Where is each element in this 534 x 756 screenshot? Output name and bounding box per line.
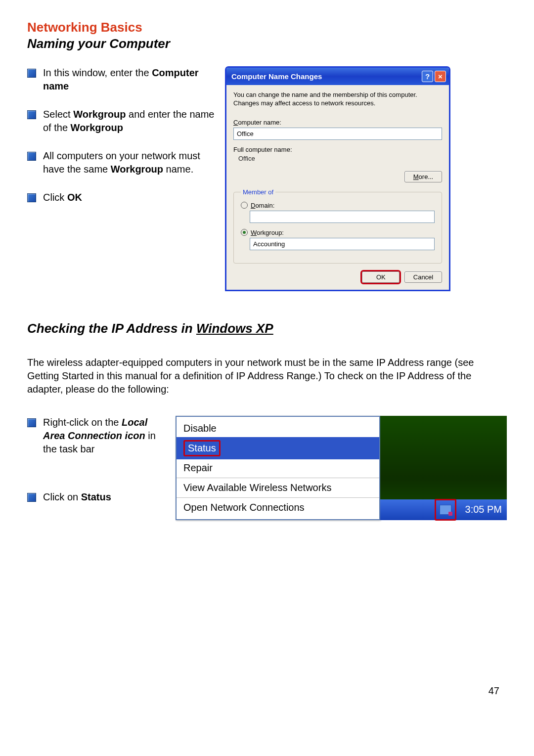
screenshot-context-menu: Disable Status Repair View Available Wir…	[176, 416, 507, 520]
computer-name-label: Computer name:	[233, 119, 442, 126]
bullet-item: Right-click on the Local Area Connection…	[27, 416, 166, 456]
desktop-area: 3:05 PM	[380, 416, 507, 520]
top-row: In this window, enter the Computer name …	[27, 66, 507, 291]
workgroup-radio-row[interactable]: Workgroup:	[241, 229, 435, 236]
radio-icon	[241, 202, 248, 209]
full-name-value: Office	[233, 155, 442, 162]
menu-item-view-networks[interactable]: View Available Wireless Networks	[177, 479, 379, 496]
section-subtitle: Naming your Computer	[27, 36, 507, 51]
help-icon[interactable]: ?	[422, 71, 433, 82]
dialog-title: Computer Name Changes	[231, 72, 322, 81]
cancel-button[interactable]: Cancel	[404, 271, 442, 283]
bottom-row: Right-click on the Local Area Connection…	[27, 416, 507, 520]
menu-item-open-connections[interactable]: Open Network Connections	[177, 499, 379, 516]
dialog-titlebar: Computer Name Changes ? ×	[226, 68, 449, 85]
instruction-list: In this window, enter the Computer name …	[27, 66, 215, 291]
screenshot-dialog: Computer Name Changes ? × You can change…	[225, 66, 507, 291]
bullet-item: In this window, enter the Computer name	[27, 66, 215, 93]
section2-body: The wireless adapter-equipped computers …	[27, 356, 507, 396]
fieldset-legend: Member of	[241, 188, 275, 196]
page-number: 47	[489, 685, 499, 697]
menu-item-repair[interactable]: Repair	[177, 459, 379, 477]
bullet-icon	[27, 69, 36, 78]
bullet-item: Click OK	[27, 191, 215, 204]
full-name-label: Full computer name:	[233, 146, 442, 153]
bullet-icon	[27, 152, 36, 161]
bullet-item: Click on Status	[27, 490, 166, 504]
xp-dialog: Computer Name Changes ? × You can change…	[225, 66, 450, 291]
member-of-fieldset: Member of Domain: Workgroup:	[233, 188, 442, 264]
section-heading: Networking Basics	[27, 20, 507, 35]
bullet-item: All computers on your network must have …	[27, 149, 215, 176]
clock: 3:05 PM	[465, 504, 502, 515]
menu-separator	[177, 497, 379, 498]
menu-separator	[177, 478, 379, 478]
document-page: Networking Basics Naming your Computer I…	[0, 0, 534, 520]
computer-name-input[interactable]	[233, 128, 442, 140]
menu-item-disable[interactable]: Disable	[177, 420, 379, 437]
section2-heading: Checking the IP Address in Windows XP	[27, 321, 507, 336]
bullet-item: Select Workgroup and enter the name of t…	[27, 108, 215, 134]
network-tray-icon[interactable]	[435, 499, 456, 521]
context-menu: Disable Status Repair View Available Wir…	[176, 416, 380, 520]
workgroup-input[interactable]	[250, 238, 435, 250]
dialog-description: You can change the name and the membersh…	[233, 91, 442, 108]
monitor-icon	[440, 505, 451, 515]
more-button[interactable]: More...	[404, 171, 442, 182]
domain-radio-row[interactable]: Domain:	[241, 202, 435, 209]
bullet-icon	[27, 493, 36, 502]
bullet-icon	[27, 110, 36, 119]
domain-input[interactable]	[250, 211, 435, 223]
bullet-icon	[27, 193, 36, 202]
taskbar: 3:05 PM	[380, 499, 507, 520]
menu-item-status[interactable]: Status	[177, 437, 379, 459]
radio-icon	[241, 229, 248, 236]
instruction-list-2: Right-click on the Local Area Connection…	[27, 416, 166, 519]
ok-button[interactable]: OK	[362, 271, 400, 283]
bullet-icon	[27, 418, 36, 427]
close-icon[interactable]: ×	[435, 71, 446, 82]
